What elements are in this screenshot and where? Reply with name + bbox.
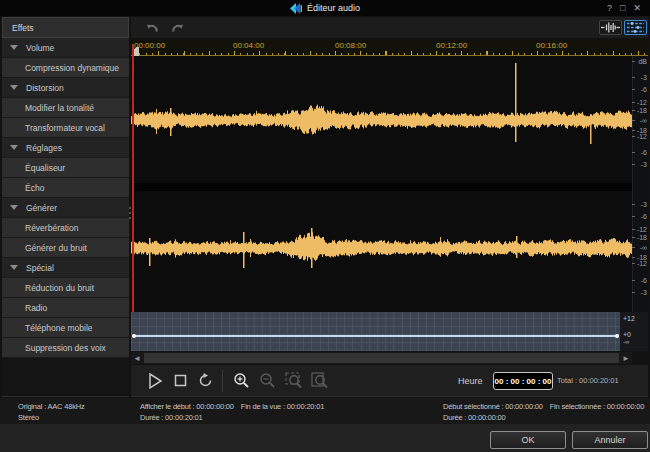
effect-label: Radio: [25, 303, 47, 313]
db-scale-label: -6: [632, 149, 647, 156]
dialog-button-bar: OK Annuler: [0, 424, 650, 452]
effect-label: Transformateur vocal: [25, 123, 105, 133]
time-label: Heure: [458, 376, 483, 386]
effect-label: Équaliseur: [25, 163, 65, 173]
total-duration: Total : 00:00:20:01: [557, 376, 619, 385]
timeline-ruler[interactable]: 00:00:0000:04:0000:08:0000:12:0000:16:00: [131, 39, 648, 56]
zoom-in-button[interactable]: [233, 372, 250, 389]
effect-category-g-n-rer[interactable]: Générer: [2, 198, 129, 218]
help-button[interactable]: ?: [607, 3, 612, 13]
effect-item-r-verb-ration[interactable]: Réverbération: [2, 218, 129, 238]
db-scale-label: -18: [632, 234, 647, 241]
collapse-triangle-icon[interactable]: [10, 45, 18, 50]
play-button[interactable]: [147, 372, 163, 390]
effect-item--qualiseur[interactable]: Équaliseur: [2, 158, 129, 178]
effect-item-t-l-phone-mobile[interactable]: Téléphone mobile: [2, 318, 129, 338]
waveform-right-channel[interactable]: [131, 191, 632, 312]
effect-category-r-glages[interactable]: Réglages: [2, 138, 129, 158]
effect-label: Écho: [25, 183, 44, 193]
status-sel-duration: Durée : 00:00:00:00: [443, 412, 644, 423]
effect-label: Distorsion: [26, 83, 64, 93]
envelope-grid[interactable]: [131, 312, 620, 351]
status-view-start: Afficher le début : 00:00:00:00: [140, 402, 234, 411]
zoom-out-button[interactable]: [259, 372, 276, 389]
time-display[interactable]: 00 : 00 : 00 : 00: [493, 372, 553, 390]
effect-category-volume[interactable]: Volume: [2, 38, 129, 58]
mixer-view-icon: [627, 22, 644, 33]
effect-item-radio[interactable]: Radio: [2, 298, 129, 318]
status-view-end: Fin de la vue : 00:00:20:01: [241, 402, 324, 411]
mixer-view-button[interactable]: [624, 20, 647, 35]
effect-item-suppression-des-voix[interactable]: Suppression des voix: [2, 338, 129, 358]
db-scale-label: -6: [632, 86, 647, 93]
effect-category-sp-cial[interactable]: Spécial: [2, 258, 129, 278]
effect-item-modifier-la-tonalit-[interactable]: Modifier la tonalité: [2, 98, 129, 118]
loop-button[interactable]: [198, 373, 213, 388]
cancel-button[interactable]: Annuler: [572, 431, 648, 449]
scrollbar-thumb[interactable]: [144, 353, 619, 363]
waveform-panel[interactable]: dB -3-6-12-18-∞-18-12-6-3-3-6-12-18-∞-18…: [131, 56, 648, 312]
effect-label: Suppression des voix: [25, 343, 106, 353]
horizontal-scrollbar[interactable]: ◄ ►: [131, 352, 632, 364]
channel-divider: [131, 183, 632, 191]
scroll-left-arrow[interactable]: ◄: [131, 352, 143, 364]
effects-panel: Effets VolumeCompression dynamiqueDistor…: [2, 17, 129, 397]
status-original: Original : AAC 48kHz: [18, 401, 84, 412]
effect-label: Téléphone mobile: [25, 323, 93, 333]
effect-label: Générer du bruit: [25, 243, 87, 253]
effect-item--cho[interactable]: Écho: [2, 178, 129, 198]
close-button[interactable]: ✕: [633, 3, 641, 13]
status-channels: Stéréo: [18, 412, 84, 423]
maximize-button[interactable]: □: [620, 3, 625, 13]
app-logo-icon: [290, 3, 303, 14]
waveform-left-channel[interactable]: [131, 56, 632, 183]
window-title: Éditeur audio: [307, 3, 360, 13]
collapse-triangle-icon[interactable]: [10, 85, 18, 90]
envelope-label-min: -∞: [623, 339, 629, 345]
effect-label: Modifier la tonalité: [25, 103, 94, 113]
effect-item-compression-dynamique[interactable]: Compression dynamique: [2, 58, 129, 78]
status-sel-end: Fin sélectionnée : 00:00:00:00: [550, 402, 645, 411]
title-bar: Éditeur audio ? □ ✕: [0, 0, 650, 16]
envelope-keyframe-start[interactable]: [132, 334, 136, 338]
toolbar: [131, 17, 648, 38]
effect-item-transformateur-vocal[interactable]: Transformateur vocal: [2, 118, 129, 138]
envelope-label-zero: +0: [623, 331, 631, 338]
effect-item-g-n-rer-du-bruit[interactable]: Générer du bruit: [2, 238, 129, 258]
effect-label: Réglages: [26, 143, 62, 153]
volume-envelope-strip[interactable]: +12 +0 -∞: [131, 312, 648, 351]
effect-label: Réduction du bruit: [25, 283, 94, 293]
collapse-triangle-icon[interactable]: [10, 145, 18, 150]
effect-label: Spécial: [26, 263, 54, 273]
status-sel-start: Début sélectionné : 00:00:00:00: [443, 402, 543, 411]
effect-label: Volume: [26, 43, 54, 53]
envelope-keyframe-end[interactable]: [615, 334, 619, 338]
transport-separator: [222, 370, 223, 392]
envelope-label-max: +12: [623, 315, 635, 322]
db-scale-label: -3: [632, 161, 647, 168]
undo-icon[interactable]: [145, 22, 159, 34]
ruler-ticks: [131, 49, 648, 56]
db-scale-label: -12: [632, 133, 647, 140]
effect-label: Générer: [26, 203, 57, 213]
waveform-view-button[interactable]: [599, 20, 622, 35]
envelope-line[interactable]: [132, 335, 619, 337]
audio-editor-window: Éditeur audio ? □ ✕ Effets VolumeCompres…: [0, 0, 650, 452]
zoom-selection-button[interactable]: [285, 372, 303, 389]
db-scale-label: -12: [632, 226, 647, 233]
redo-icon[interactable]: [171, 22, 185, 34]
db-scale-label: -18: [632, 107, 647, 114]
collapse-triangle-icon[interactable]: [10, 265, 18, 270]
effect-category-distorsion[interactable]: Distorsion: [2, 78, 129, 98]
playhead[interactable]: [132, 44, 134, 312]
zoom-fit-button[interactable]: [311, 372, 329, 389]
effects-panel-header: Effets: [2, 17, 129, 38]
collapse-triangle-icon[interactable]: [10, 205, 18, 210]
ok-button[interactable]: OK: [490, 431, 566, 449]
transport-bar: Heure 00 : 00 : 00 : 00 Total : 00:00:20…: [131, 365, 648, 397]
db-scale-label: -6: [632, 277, 647, 284]
stop-button[interactable]: [174, 374, 187, 387]
effect-item-r-duction-du-bruit[interactable]: Réduction du bruit: [2, 278, 129, 298]
scroll-right-arrow[interactable]: ►: [620, 352, 632, 364]
db-scale-label: -12: [632, 99, 647, 106]
